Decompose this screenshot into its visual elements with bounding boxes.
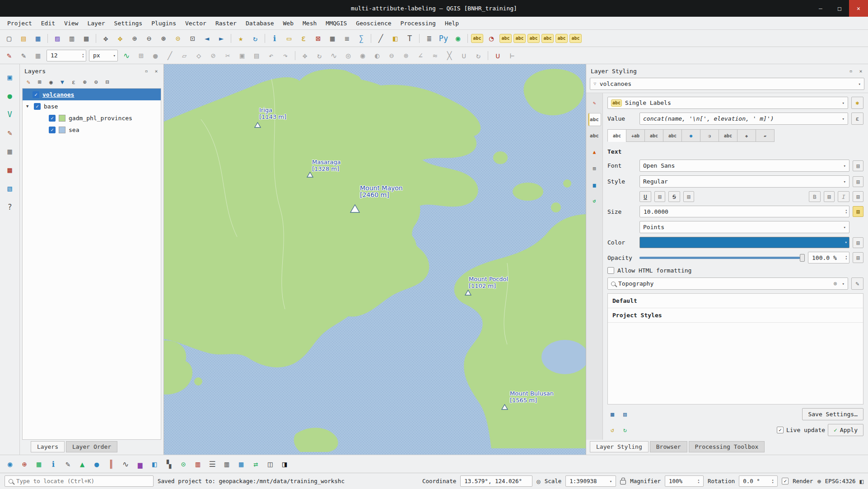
merge-features-icon[interactable]: ∪ [457, 49, 471, 62]
toolbar-separator[interactable] [229, 32, 233, 45]
labels-tab-shadow[interactable]: ◑ [700, 129, 719, 142]
icon-view-icon[interactable]: ▦ [607, 410, 617, 419]
strikethrough-button[interactable]: S [668, 191, 680, 202]
zoom-last-icon[interactable]: ◄ [200, 32, 214, 45]
font-data-defined-button[interactable]: ▤ [853, 160, 863, 171]
offset-curve-icon[interactable]: ≈ [428, 49, 442, 62]
menu-item[interactable]: Web [279, 18, 298, 28]
layout-manager-icon[interactable]: ▩ [79, 32, 93, 45]
save-settings-button[interactable]: Save Settings… [802, 408, 863, 420]
rotate-feature-icon[interactable]: ↻ [313, 49, 326, 62]
add-point-feature-icon[interactable]: ● [149, 49, 162, 62]
select-by-expression-icon[interactable]: ε [297, 32, 310, 45]
digitize-size-spinner[interactable]: 12 ▴▾ [47, 50, 86, 61]
columns-plugin-icon[interactable]: ▥ [220, 457, 233, 471]
scale-combo[interactable]: 1:390938 ▾ [565, 475, 616, 487]
pan-map-icon[interactable]: ✥ [99, 32, 112, 45]
label-expression-combo[interactable]: concat(name, '\n[', elevation, ' m]') ▾ [639, 113, 848, 125]
identify-features-icon[interactable]: ℹ [268, 32, 281, 45]
digitize-unit-combo[interactable]: px ▾ [89, 50, 118, 61]
pencil-tool-icon[interactable]: ✎ [3, 126, 17, 140]
style-search-input[interactable] [618, 280, 831, 287]
copy-features-icon[interactable]: ▣ [235, 49, 249, 62]
select-features-icon[interactable]: ▭ [282, 32, 296, 45]
map-canvas[interactable]: Iriga [1143 m] Masaraga [1328 m] Mount M… [164, 64, 586, 455]
lines-plugin-icon[interactable]: ☰ [205, 457, 219, 471]
toggle-editing-icon[interactable]: ✎ [17, 49, 30, 62]
zoom-in-icon[interactable]: ⊕ [128, 32, 141, 45]
locate-input[interactable] [16, 478, 149, 484]
toolbar-separator[interactable] [369, 32, 373, 45]
minimize-button[interactable]: – [811, 0, 830, 17]
add-polygon-feature-icon[interactable]: ▱ [177, 49, 191, 62]
menu-item[interactable]: MMQGIS [321, 18, 351, 28]
search-plugin-icon[interactable]: ⊙ [177, 457, 190, 471]
tab-layer-styling[interactable]: Layer Styling [590, 441, 649, 452]
layer-visibility-checkbox[interactable] [49, 127, 56, 133]
manage-map-themes-icon[interactable]: ◉ [46, 77, 56, 86]
dock-close-icon[interactable]: ✕ [153, 67, 160, 75]
style-data-defined-button[interactable]: ▤ [853, 176, 863, 187]
layer-item-volcanoes[interactable]: volcanoes [23, 89, 161, 100]
toolbar-separator[interactable] [466, 32, 470, 45]
crs-value[interactable]: EPSG:4326 [825, 478, 856, 484]
mmqgis-icon[interactable]: ▥ [191, 457, 205, 471]
crs-icon[interactable]: ⊕ [817, 478, 821, 485]
layer-labeling-options-icon[interactable]: abc [471, 34, 483, 43]
redo-icon[interactable]: ↷ [279, 49, 292, 62]
move-label-icon[interactable]: abc [541, 34, 554, 43]
zoom-to-selection-icon[interactable]: ⊙ [171, 32, 185, 45]
size-data-defined-button[interactable]: ▤ [853, 206, 863, 217]
spinner-arrows-icon[interactable]: ▴▾ [772, 479, 774, 484]
statistical-summary-icon[interactable]: ∑ [355, 32, 368, 45]
delete-selected-icon[interactable]: ⊘ [206, 49, 220, 62]
group-visibility-checkbox[interactable] [34, 103, 41, 110]
help-tool-icon[interactable]: ? [3, 200, 17, 214]
labels-tab-text[interactable]: abc [607, 129, 626, 142]
3d-view-tab[interactable]: ▲ [588, 146, 601, 159]
filter-legend-icon[interactable]: ▼ [57, 77, 67, 86]
labels-mode-combo[interactable]: abc Single Labels ▾ [607, 97, 848, 109]
spinner-arrows-icon[interactable]: ▴▾ [845, 209, 847, 214]
map-tips-icon[interactable]: ◧ [388, 32, 402, 45]
toolbar-separator[interactable] [263, 32, 267, 45]
clear-search-icon[interactable]: ⊗ [834, 280, 837, 287]
python-console-icon[interactable]: Py [437, 32, 450, 45]
messages-icon[interactable]: ◧ [860, 478, 863, 485]
delete-ring-icon[interactable]: ⊖ [385, 49, 398, 62]
chart-plugin-icon[interactable]: ▅ [133, 457, 147, 471]
undo-icon[interactable]: ↶ [264, 49, 278, 62]
vertex-tool-icon[interactable]: ◇ [192, 49, 205, 62]
save-layer-edits-icon[interactable]: ▦ [31, 49, 45, 62]
labels-tab[interactable]: abc [588, 113, 601, 126]
split-view-icon[interactable]: ◫ [263, 457, 277, 471]
add-group-icon[interactable]: ⊞ [35, 77, 45, 86]
fill-ring-icon[interactable]: ◐ [370, 49, 384, 62]
table-manager-icon[interactable]: ▦ [234, 457, 248, 471]
menu-item[interactable]: Mesh [298, 18, 321, 28]
paste-features-icon[interactable]: ▤ [250, 49, 263, 62]
globe-tool-icon[interactable]: ● [3, 89, 17, 103]
labels-tab-rendering[interactable]: ▰ [756, 129, 775, 142]
toolbar-separator[interactable] [293, 49, 297, 62]
opacity-spinner[interactable]: 100.0 % ▴▾ [808, 252, 849, 263]
simplify-feature-icon[interactable]: ∿ [327, 49, 341, 62]
maximize-button[interactable]: □ [830, 0, 849, 17]
menu-item[interactable]: Raster [211, 18, 241, 28]
symbology-tab[interactable]: ✎ [588, 97, 601, 110]
live-update-checkbox[interactable] [777, 427, 784, 433]
toolbar-separator[interactable] [417, 32, 421, 45]
raster-grid-icon[interactable]: ▩ [3, 163, 17, 177]
chevron-down-icon[interactable]: ▾ [840, 282, 845, 286]
cut-features-icon[interactable]: ✂ [221, 49, 234, 62]
render-checkbox[interactable] [782, 478, 789, 484]
underline-data-defined-button[interactable]: ▤ [654, 191, 665, 202]
pin-unpin-labels-icon[interactable]: abc [499, 34, 512, 43]
style-group-row[interactable]: Default [608, 294, 863, 308]
ruler-plugin-icon[interactable]: ║ [104, 457, 118, 471]
extents-icon[interactable]: ◎ [537, 478, 540, 485]
menu-item[interactable]: Project [3, 18, 37, 28]
layer-item-sea[interactable]: sea [23, 124, 161, 136]
web-export-icon[interactable]: ◧ [148, 457, 161, 471]
highlight-pinned-labels-icon[interactable]: abc [513, 34, 526, 43]
